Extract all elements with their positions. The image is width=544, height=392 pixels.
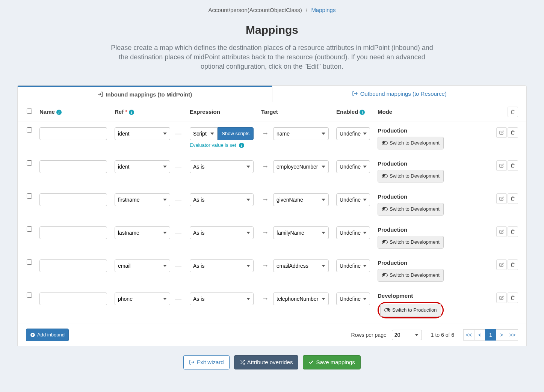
page-1[interactable]: 1 bbox=[485, 329, 496, 341]
dash-icon: — bbox=[174, 262, 182, 270]
ref-select[interactable]: ident bbox=[115, 127, 170, 140]
row-checkbox[interactable] bbox=[27, 193, 32, 199]
toggle-icon bbox=[382, 207, 388, 211]
page-first[interactable]: << bbox=[463, 329, 474, 341]
table-row: firstname—As is→givenNameUndefinedProduc… bbox=[18, 188, 526, 221]
row-checkbox[interactable] bbox=[27, 259, 32, 265]
delete-all-button[interactable] bbox=[508, 107, 518, 117]
ref-select[interactable]: ident bbox=[115, 160, 170, 173]
edit-button[interactable] bbox=[496, 193, 507, 204]
target-select[interactable]: emailAddress bbox=[273, 259, 329, 272]
name-input[interactable] bbox=[39, 160, 107, 173]
ref-select[interactable]: email bbox=[115, 259, 170, 272]
name-input[interactable] bbox=[39, 127, 107, 140]
switch-mode-button[interactable]: Switch to Development bbox=[378, 170, 444, 182]
info-icon[interactable]: i bbox=[239, 143, 244, 148]
delete-button[interactable] bbox=[508, 259, 518, 270]
info-icon[interactable]: i bbox=[56, 110, 62, 115]
enabled-select[interactable]: Undefined bbox=[336, 292, 370, 305]
random-icon bbox=[240, 359, 245, 365]
toggle-icon bbox=[384, 308, 390, 312]
delete-button[interactable] bbox=[508, 127, 518, 138]
page-next[interactable]: > bbox=[496, 329, 507, 341]
save-mappings-button[interactable]: Save mappings bbox=[303, 355, 360, 369]
switch-mode-button[interactable]: Switch to Development bbox=[378, 236, 444, 249]
edit-icon bbox=[499, 229, 504, 234]
expression-select[interactable]: Script bbox=[190, 127, 218, 140]
switch-mode-button[interactable]: Switch to Development bbox=[378, 269, 444, 282]
expression-select[interactable]: As is bbox=[190, 160, 254, 173]
switch-mode-button[interactable]: Switch to Production bbox=[380, 304, 441, 317]
target-select[interactable]: givenName bbox=[273, 193, 329, 206]
ref-select[interactable]: phone bbox=[115, 292, 170, 305]
name-input[interactable] bbox=[39, 292, 107, 305]
sign-in-icon bbox=[97, 91, 103, 97]
target-select[interactable]: employeeNumber bbox=[273, 160, 329, 173]
sign-out-icon bbox=[189, 359, 195, 365]
expression-select[interactable]: As is bbox=[190, 193, 254, 206]
select-all-checkbox[interactable] bbox=[27, 109, 32, 114]
show-scripts-button[interactable]: Show scripts bbox=[218, 127, 254, 140]
mode-label: Production bbox=[378, 226, 407, 233]
target-select[interactable]: name bbox=[273, 127, 329, 140]
edit-icon bbox=[499, 196, 504, 201]
page-title: Mappings bbox=[15, 24, 529, 36]
edit-button[interactable] bbox=[496, 127, 507, 138]
page-last[interactable]: >> bbox=[507, 329, 518, 341]
edit-button[interactable] bbox=[496, 292, 507, 303]
tab-inbound[interactable]: Inbound mappings (to MidPoint) bbox=[18, 86, 272, 102]
delete-button[interactable] bbox=[508, 193, 518, 204]
delete-button[interactable] bbox=[508, 226, 518, 237]
sign-out-icon bbox=[352, 90, 358, 96]
row-checkbox[interactable] bbox=[27, 226, 32, 232]
toggle-icon bbox=[382, 174, 388, 178]
edit-icon bbox=[499, 130, 504, 135]
exit-wizard-button[interactable]: Exit wizard bbox=[183, 355, 230, 369]
row-checkbox[interactable] bbox=[27, 292, 32, 298]
expression-select[interactable]: As is bbox=[190, 226, 254, 239]
enabled-select[interactable]: Undefined bbox=[336, 226, 370, 239]
delete-button[interactable] bbox=[508, 160, 518, 171]
edit-button[interactable] bbox=[496, 259, 507, 270]
info-icon[interactable]: i bbox=[360, 110, 365, 115]
rows-per-page-select[interactable]: 20 bbox=[392, 330, 422, 340]
add-inbound-button[interactable]: Add inbound bbox=[26, 329, 69, 341]
expression-select[interactable]: As is bbox=[190, 259, 254, 272]
plus-circle-icon bbox=[30, 332, 35, 338]
mode-label: Production bbox=[378, 160, 407, 167]
arrow-right-icon: → bbox=[261, 295, 269, 303]
enabled-select[interactable]: Undefined bbox=[336, 127, 370, 140]
enabled-select[interactable]: Undefined bbox=[336, 259, 370, 272]
arrow-right-icon: → bbox=[261, 229, 269, 237]
name-input[interactable] bbox=[39, 259, 107, 272]
name-input[interactable] bbox=[39, 193, 107, 206]
attribute-overrides-button[interactable]: Attribute overrides bbox=[234, 355, 299, 369]
enabled-select[interactable]: Undefined bbox=[336, 160, 370, 173]
delete-button[interactable] bbox=[508, 292, 518, 303]
row-checkbox[interactable] bbox=[27, 127, 32, 133]
table-row: email—As is→emailAddressUndefinedProduct… bbox=[18, 254, 526, 287]
target-select[interactable]: telephoneNumber bbox=[273, 292, 329, 305]
info-icon[interactable]: i bbox=[129, 110, 134, 115]
edit-button[interactable] bbox=[496, 226, 507, 237]
breadcrumb-parent[interactable]: Account/person(AccountObjectClass) bbox=[209, 7, 302, 13]
expression-select[interactable]: As is bbox=[190, 292, 254, 305]
enabled-select[interactable]: Undefined bbox=[336, 193, 370, 206]
name-input[interactable] bbox=[39, 226, 107, 239]
highlight-annotation: Switch to Production bbox=[378, 302, 444, 318]
mode-label: Production bbox=[378, 259, 407, 266]
target-select[interactable]: familyName bbox=[273, 226, 329, 239]
dash-icon: — bbox=[174, 196, 182, 204]
switch-mode-button[interactable]: Switch to Development bbox=[378, 137, 444, 149]
dash-icon: — bbox=[174, 163, 182, 170]
ref-select[interactable]: lastname bbox=[115, 226, 170, 239]
toggle-icon bbox=[382, 273, 388, 277]
row-checkbox[interactable] bbox=[27, 160, 32, 166]
page-prev[interactable]: < bbox=[474, 329, 485, 341]
ref-select[interactable]: firstname bbox=[115, 193, 170, 206]
edit-button[interactable] bbox=[496, 160, 507, 171]
switch-mode-button[interactable]: Switch to Development bbox=[378, 203, 444, 216]
evaluator-note: Evaluator value is set i bbox=[190, 142, 254, 148]
breadcrumb-current[interactable]: Mappings bbox=[311, 7, 335, 13]
tab-outbound[interactable]: Outbound mappings (to Resource) bbox=[272, 86, 527, 102]
